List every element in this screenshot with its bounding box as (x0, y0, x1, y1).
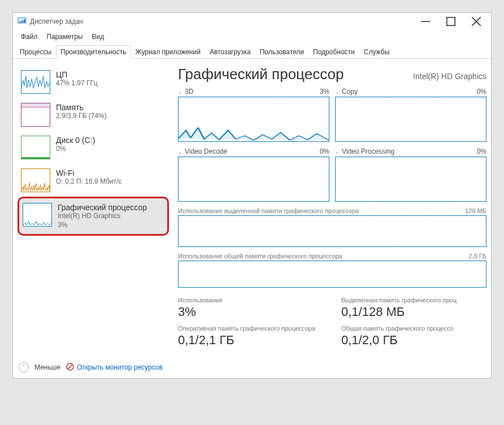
titlebar: Диспетчер задач (13, 13, 491, 30)
stat-ram-value: 0,1/2,1 ГБ (178, 333, 323, 348)
wifi-title: Wi-Fi (56, 168, 121, 177)
sidebar-item-memory[interactable]: Память 2,9/3,9 ГБ (74%) (18, 98, 169, 131)
cpu-thumb (21, 70, 50, 94)
memory-title: Память (56, 103, 107, 112)
panel-3d-value: 3% (320, 88, 329, 96)
window-title: Диспетчер задач (30, 18, 412, 25)
disk-thumb (21, 136, 50, 159)
sidebar-item-wifi[interactable]: Wi-Fi О: 0,2 П: 16,9 Мбит/с (18, 164, 169, 197)
app-icon (18, 16, 27, 27)
panel-decode[interactable]: ⌄Video Decode0% (178, 148, 329, 202)
memory-sub: 2,9/3,9 ГБ (74%) (56, 112, 107, 121)
gpu-sub1: Intel(R) HD Graphics (58, 212, 147, 221)
menu-view[interactable]: Вид (87, 31, 108, 42)
chart-shared (178, 261, 486, 288)
main-header: Графический процессор Intel(R) HD Graphi… (178, 66, 486, 83)
fewer-details-label[interactable]: Меньше (34, 363, 60, 371)
body-area: ЦП 47% 1,97 ГГц Память 2,9/3,9 ГБ (74%) … (13, 59, 491, 358)
memory-thumb (21, 103, 50, 127)
tab-users[interactable]: Пользователи (255, 45, 309, 59)
chevron-up-icon: ˆ (23, 365, 24, 371)
task-manager-window: Диспетчер задач Файл Параметры Вид Проце… (12, 12, 492, 379)
dedicated-label: Использование выделенной памяти графичес… (178, 207, 359, 214)
chart-dedicated (178, 215, 486, 247)
chart-3d (178, 97, 329, 142)
panel-processing-label: Video Processing (342, 148, 394, 155)
gpu-thumb (23, 203, 52, 227)
panel-3d[interactable]: ⌄3D3% (178, 88, 329, 142)
stat-shared-label: Общая память графического процессо (341, 325, 486, 332)
panel-copy[interactable]: ⌄Copy0% (335, 88, 486, 142)
chevron-down-icon: ⌄ (335, 149, 340, 155)
chevron-down-icon: ⌄ (335, 89, 340, 95)
panel-processing-value: 0% (477, 148, 486, 155)
resource-monitor-link[interactable]: Открыть монитор ресурсов (66, 363, 163, 372)
close-button[interactable] (463, 13, 489, 30)
chart-copy (335, 97, 486, 142)
svg-rect-1 (19, 21, 21, 23)
cpu-title: ЦП (56, 70, 98, 79)
stats: Использование 3% Оперативная память граф… (178, 297, 486, 353)
tab-app-history[interactable]: Журнал приложений (131, 45, 205, 59)
menu-options[interactable]: Параметры (42, 31, 88, 42)
panel-row-1: ⌄3D3% ⌄Copy0% (178, 88, 486, 142)
shared-section: Использование общей памяти графического … (178, 253, 486, 288)
gpu-title: Графический процессор (58, 203, 147, 212)
gpu-sub2: 3% (58, 221, 147, 230)
wifi-sub: О: 0,2 П: 16,9 Мбит/с (56, 177, 121, 187)
device-name: Intel(R) HD Graphics (413, 72, 486, 81)
panel-processing[interactable]: ⌄Video Processing0% (335, 148, 486, 202)
resource-monitor-label: Открыть монитор ресурсов (77, 363, 163, 371)
menu-file[interactable]: Файл (16, 31, 42, 42)
disk-sub: 0% (56, 145, 95, 154)
disk-title: Диск 0 (C:) (56, 136, 95, 145)
panel-decode-label: Video Decode (185, 148, 227, 155)
chevron-down-icon: ⌄ (178, 149, 183, 155)
stat-ram-label: Оперативная память графического процессо… (178, 325, 323, 332)
panel-decode-value: 0% (320, 148, 329, 155)
chart-decode (178, 157, 329, 202)
tabstrip: Процессы Производительность Журнал прило… (13, 45, 491, 59)
tab-performance[interactable]: Производительность (56, 45, 131, 59)
stat-dedicated-value: 0,1/128 МБ (341, 305, 486, 319)
dedicated-section: Использование выделенной памяти графичес… (178, 207, 486, 247)
svg-line-9 (68, 365, 72, 369)
main-panel: Графический процессор Intel(R) HD Graphi… (178, 66, 486, 353)
menubar: Файл Параметры Вид (13, 30, 491, 44)
panel-row-2: ⌄Video Decode0% ⌄Video Processing0% (178, 148, 486, 202)
sidebar: ЦП 47% 1,97 ГГц Память 2,9/3,9 ГБ (74%) … (18, 66, 169, 353)
panel-3d-label: 3D (185, 88, 193, 96)
window-controls (412, 13, 489, 30)
shared-label: Использование общей памяти графического … (178, 253, 342, 259)
sidebar-item-disk[interactable]: Диск 0 (C:) 0% (18, 131, 169, 164)
tab-details[interactable]: Подробности (309, 45, 359, 59)
stat-usage-value: 3% (178, 305, 323, 319)
stat-usage-label: Использование (178, 297, 323, 303)
tab-processes[interactable]: Процессы (15, 45, 56, 59)
svg-rect-3 (24, 19, 25, 23)
dedicated-value: 128 МБ (465, 207, 486, 214)
stat-shared-value: 0,1/2,0 ГБ (341, 333, 486, 348)
tab-startup[interactable]: Автозагрузка (205, 45, 255, 59)
chart-processing (335, 157, 486, 202)
footer: ˆ Меньше Открыть монитор ресурсов (13, 358, 491, 378)
stat-dedicated-label: Выделенная память графического проц (341, 297, 486, 303)
tab-services[interactable]: Службы (359, 45, 394, 59)
maximize-button[interactable] (438, 13, 463, 30)
svg-rect-2 (21, 20, 23, 23)
fewer-details-button[interactable]: ˆ (19, 362, 29, 372)
minimize-button[interactable] (412, 13, 438, 30)
panel-copy-label: Copy (342, 88, 358, 96)
shared-value: 2,0 ГБ (468, 253, 486, 259)
sidebar-item-cpu[interactable]: ЦП 47% 1,97 ГГц (18, 66, 169, 98)
panel-copy-value: 0% (477, 88, 486, 96)
cpu-sub: 47% 1,97 ГГц (56, 79, 98, 88)
page-title: Графический процессор (178, 66, 344, 83)
resource-monitor-icon (66, 363, 74, 372)
chevron-down-icon: ⌄ (178, 89, 183, 95)
sidebar-item-gpu[interactable]: Графический процессор Intel(R) HD Graphi… (18, 197, 169, 236)
wifi-thumb (21, 168, 50, 192)
svg-rect-5 (446, 18, 454, 25)
